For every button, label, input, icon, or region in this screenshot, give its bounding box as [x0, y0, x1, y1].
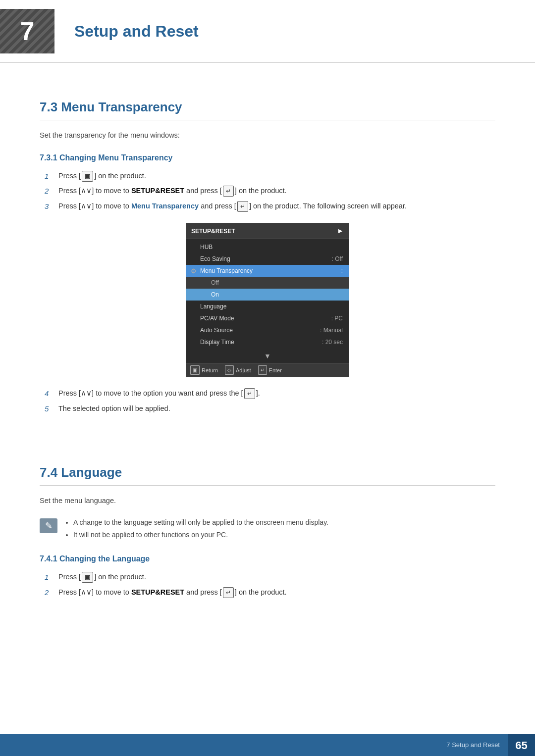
osd-row-display-time: Display Time : 20 sec: [186, 336, 349, 348]
chapter-number: 7: [20, 12, 35, 50]
step-text-4: Press [∧∨] to move to the option you wan…: [58, 388, 495, 399]
step-text-5: The selected option will be applied.: [58, 403, 495, 414]
osd-row-option-off: Off: [186, 277, 349, 289]
steps-list-741: 1 Press [▣] on the product. 2 Press [∧∨]…: [45, 572, 495, 598]
enter-key-2: ↵: [237, 201, 248, 212]
note-list: A change to the language setting will on…: [73, 517, 495, 540]
osd-arrow-right-icon: ►: [337, 226, 344, 236]
gear-icon: ⚙: [190, 267, 197, 274]
return-key-icon: ▣: [190, 365, 200, 375]
enter-label: Enter: [269, 366, 282, 375]
chapter-header: 7 Setup and Reset: [0, 0, 535, 63]
osd-btn-return: ▣ Return: [190, 365, 218, 375]
section-73-intro: Set the transparency for the menu window…: [40, 130, 495, 141]
osd-title-bar: SETUP&RESET ►: [186, 223, 349, 239]
steps-list-731: 1 Press [▣] on the product. 2 Press [∧∨]…: [45, 171, 495, 212]
osd-value-eco-saving: : Off: [332, 254, 343, 263]
section-74: 7.4 Language Set the menu language. ✎ A …: [40, 463, 495, 598]
osd-row-hub: HUB: [186, 241, 349, 253]
step-741-1: 1 Press [▣] on the product.: [45, 572, 495, 583]
footer-page-number: 65: [508, 734, 535, 756]
page-footer: 7 Setup and Reset 65: [0, 734, 535, 756]
osd-row-eco-saving: Eco Saving : Off: [186, 253, 349, 265]
osd-label-eco-saving: Eco Saving: [200, 254, 329, 263]
setup-reset-ref-1: SETUP&RESET: [131, 187, 184, 195]
adjust-key-icon: ◇: [225, 365, 234, 375]
osd-label-pcav-mode: PC/AV Mode: [200, 314, 328, 323]
return-label: Return: [202, 366, 218, 375]
main-content: 7.3 Menu Transparency Set the transparen…: [0, 63, 535, 647]
osd-down-arrow-icon: ▼: [186, 350, 349, 363]
note-bullets: A change to the language setting will on…: [64, 517, 495, 542]
subsection-731-heading: 7.3.1 Changing Menu Transparency: [40, 152, 495, 164]
step-3: 3 Press [∧∨] to move to Menu Transparenc…: [45, 201, 495, 212]
osd-value-auto-source: : Manual: [320, 326, 343, 335]
menu-key-icon: ▣: [82, 171, 93, 182]
step-num-2: 2: [45, 186, 55, 197]
section-74-heading: 7.4 Language: [40, 463, 495, 486]
chapter-number-block: 7: [0, 9, 54, 53]
osd-label-menu-transparency: Menu Transparency: [200, 266, 338, 275]
section-73: 7.3 Menu Transparency Set the transparen…: [40, 98, 495, 414]
osd-row-auto-source: Auto Source : Manual: [186, 324, 349, 336]
section-73-heading: 7.3 Menu Transparency: [40, 98, 495, 120]
step-text-741-1: Press [▣] on the product.: [58, 572, 495, 583]
osd-value-menu-transparency: :: [341, 266, 343, 275]
osd-bottom-bar: ▣ Return ◇ Adjust ↵ Enter: [186, 363, 349, 377]
step-text-3: Press [∧∨] to move to Menu Transparency …: [58, 201, 495, 212]
step-741-2: 2 Press [∧∨] to move to SETUP&RESET and …: [45, 587, 495, 599]
enter-key-icon: ↵: [258, 365, 267, 375]
osd-rows: HUB Eco Saving : Off ⚙ Menu Transparency…: [186, 239, 349, 350]
osd-btn-enter: ↵ Enter: [258, 365, 282, 375]
menu-key-icon-741: ▣: [82, 572, 93, 583]
osd-label-option-on: On: [211, 290, 343, 299]
note-section: ✎ A change to the language setting will …: [40, 517, 495, 542]
steps-list-731-after: 4 Press [∧∨] to move to the option you w…: [45, 388, 495, 414]
step-num-741-2: 2: [45, 587, 55, 599]
step-num-3: 3: [45, 201, 55, 212]
osd-value-display-time: : 20 sec: [322, 338, 343, 347]
step-num-5: 5: [45, 403, 55, 415]
adjust-label: Adjust: [236, 366, 251, 375]
osd-row-option-on: On: [186, 289, 349, 301]
osd-label-display-time: Display Time: [200, 338, 319, 347]
osd-row-pcav-mode: PC/AV Mode : PC: [186, 312, 349, 324]
osd-row-language: Language: [186, 301, 349, 312]
osd-label-language: Language: [200, 302, 343, 311]
footer-text: 7 Setup and Reset: [446, 740, 500, 750]
step-4: 4 Press [∧∨] to move to the option you w…: [45, 388, 495, 400]
note-icon-block: ✎: [40, 518, 57, 533]
subsection-731: 7.3.1 Changing Menu Transparency 1 Press…: [40, 152, 495, 415]
chapter-title: Setup and Reset: [74, 19, 199, 43]
step-2: 2 Press [∧∨] to move to SETUP&RESET and …: [45, 186, 495, 197]
osd-label-option-off: Off: [211, 278, 343, 287]
section-74-intro: Set the menu language.: [40, 496, 495, 506]
osd-label-hub: HUB: [200, 243, 343, 252]
osd-row-menu-transparency: ⚙ Menu Transparency :: [186, 265, 349, 277]
enter-key-1: ↵: [223, 186, 234, 197]
osd-title: SETUP&RESET: [191, 227, 235, 236]
enter-key-3: ↵: [244, 388, 255, 399]
osd-btn-adjust: ◇ Adjust: [225, 365, 251, 375]
step-text-741-2: Press [∧∨] to move to SETUP&RESET and pr…: [58, 587, 495, 598]
subsection-741: 7.4.1 Changing the Language 1 Press [▣] …: [40, 553, 495, 598]
enter-key-741: ↵: [223, 587, 234, 598]
menu-transparency-ref: Menu Transparency: [131, 202, 199, 210]
note-item-1: A change to the language setting will on…: [73, 517, 495, 528]
note-item-2: It will not be applied to other function…: [73, 530, 495, 540]
subsection-741-heading: 7.4.1 Changing the Language: [40, 553, 495, 565]
spacer-1: [40, 423, 495, 443]
step-1: 1 Press [▣] on the product.: [45, 171, 495, 182]
osd-menu: SETUP&RESET ► HUB Eco Saving : Off: [186, 223, 349, 377]
osd-label-auto-source: Auto Source: [200, 326, 317, 335]
step-num-741-1: 1: [45, 572, 55, 583]
osd-screenshot-container: SETUP&RESET ► HUB Eco Saving : Off: [40, 223, 495, 377]
step-text-2: Press [∧∨] to move to SETUP&RESET and pr…: [58, 186, 495, 197]
step-num-1: 1: [45, 171, 55, 182]
step-text-1: Press [▣] on the product.: [58, 171, 495, 182]
osd-value-pcav-mode: : PC: [331, 314, 343, 323]
step-5: 5 The selected option will be applied.: [45, 403, 495, 415]
setup-reset-ref-2: SETUP&RESET: [131, 588, 184, 596]
step-num-4: 4: [45, 388, 55, 400]
note-pencil-icon: ✎: [45, 519, 53, 533]
